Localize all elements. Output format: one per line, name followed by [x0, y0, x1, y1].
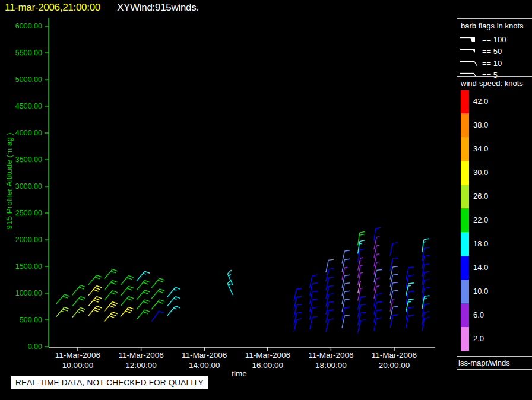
barb-feather	[97, 306, 102, 308]
y-axis-title: 915 Profiler Altitude (m agl)	[5, 133, 14, 230]
barb-feather	[93, 290, 98, 291]
wind-barb	[326, 277, 334, 290]
barb-feather	[408, 267, 414, 268]
barb-feather	[312, 316, 318, 317]
barb-feather	[312, 291, 318, 291]
source-separator-top	[457, 356, 532, 357]
barb-feather	[97, 297, 102, 299]
barb-feather	[143, 301, 148, 303]
barb-feather	[425, 318, 430, 319]
barb-feather	[175, 306, 180, 308]
barb-feather	[425, 296, 430, 297]
wind-barb	[358, 258, 363, 270]
barb-staff	[104, 281, 112, 290]
barb-staff	[227, 284, 233, 295]
y-tick-label: 0.00	[28, 342, 42, 351]
barb-staff	[167, 306, 175, 316]
barb-feather	[64, 294, 69, 296]
y-tick-label: 3500.00	[15, 155, 42, 164]
x-tick-time: 16:00:00	[252, 361, 284, 370]
barb-legend-row: == 50	[458, 46, 532, 58]
wind-barb	[326, 294, 334, 307]
barb-feather	[79, 310, 84, 312]
barb-staff	[104, 269, 112, 279]
barb-feather	[109, 316, 114, 318]
barb-half-feather	[376, 286, 379, 287]
wind-barb	[137, 271, 150, 281]
barb-staff	[137, 271, 144, 281]
barb-half-feather	[360, 258, 363, 258]
x-tick-time: 10:00:00	[62, 361, 94, 370]
wind-profile-plot[interactable]: 0.00500.001000.001500.002000.002500.0030…	[0, 0, 532, 400]
wind-barb	[121, 286, 134, 296]
barb-legend-label: == 100	[482, 35, 506, 44]
barb-legend-label: == 50	[482, 47, 502, 56]
barb-feather	[328, 294, 334, 294]
wind-barb	[342, 299, 350, 312]
wind-barb	[72, 297, 86, 306]
x-tick-date: 11-Mar-2006	[55, 351, 100, 360]
barb-feather	[80, 297, 85, 299]
barb-feather	[376, 310, 382, 310]
barb-feather	[112, 291, 117, 293]
barb-feather	[376, 301, 382, 302]
barb-feather	[408, 275, 414, 275]
barb-feather	[359, 234, 365, 235]
barb-feather	[312, 283, 318, 284]
colorbar-label: 30.0	[473, 161, 488, 185]
barb-feather	[158, 280, 163, 282]
wind-barb	[310, 316, 318, 329]
barb-feather	[425, 255, 430, 256]
wind-barb	[422, 271, 430, 284]
source-separator-bottom	[457, 369, 532, 370]
wind-barb	[326, 301, 334, 315]
barb-feather	[145, 281, 150, 282]
barb-feather	[227, 270, 231, 274]
barb-feather	[160, 300, 164, 301]
barb-feather	[143, 282, 148, 284]
wind-barb	[390, 315, 398, 328]
half-barb-icon	[458, 71, 480, 80]
barb-half-feather	[229, 284, 231, 286]
wind-barb	[104, 312, 118, 322]
barb-staff	[72, 297, 80, 306]
colorbar-swatch	[461, 280, 469, 303]
barb-feather	[360, 249, 365, 250]
barb-staff	[137, 281, 144, 290]
barb-feather	[360, 231, 365, 233]
barb-feather	[425, 287, 430, 288]
y-tick-label: 2000.00	[15, 236, 42, 244]
barb-feather	[160, 289, 164, 291]
colorbar-label: 38.0	[473, 113, 488, 137]
colorbar-label: 14.0	[473, 256, 488, 280]
barb-staff	[151, 300, 159, 309]
barb-feather	[296, 304, 302, 305]
barb-staff	[167, 287, 175, 297]
barb-staff	[121, 275, 128, 285]
barb-feather	[408, 315, 414, 316]
wind-barb	[227, 280, 233, 294]
y-tick-label: 1000.00	[15, 289, 42, 297]
colorbar-labels: 42.038.034.030.026.022.018.014.010.06.02…	[473, 90, 488, 351]
wind-barb	[358, 320, 366, 333]
barb-feather	[128, 307, 133, 309]
barb-feather	[143, 292, 148, 294]
colorbar-swatch	[461, 137, 469, 161]
barb-feather	[143, 312, 148, 313]
x-tick-time: 20:00:00	[379, 361, 410, 370]
wind-barb	[137, 300, 150, 309]
barb-feather	[112, 312, 117, 314]
wind-barb	[88, 297, 102, 306]
barb-feather	[112, 302, 117, 304]
barb-feather	[64, 307, 69, 309]
colorbar-swatch	[461, 113, 469, 137]
wind-barb	[310, 307, 318, 320]
colorbar-swatch	[461, 232, 469, 256]
barb-staff	[56, 294, 64, 304]
barb-staff	[137, 290, 144, 300]
barb-feather	[93, 310, 98, 312]
barb-feather	[111, 271, 116, 273]
x-tick-date: 11-Mar-2006	[182, 351, 227, 360]
barb-feather	[376, 269, 382, 270]
barb-feather	[376, 294, 382, 294]
